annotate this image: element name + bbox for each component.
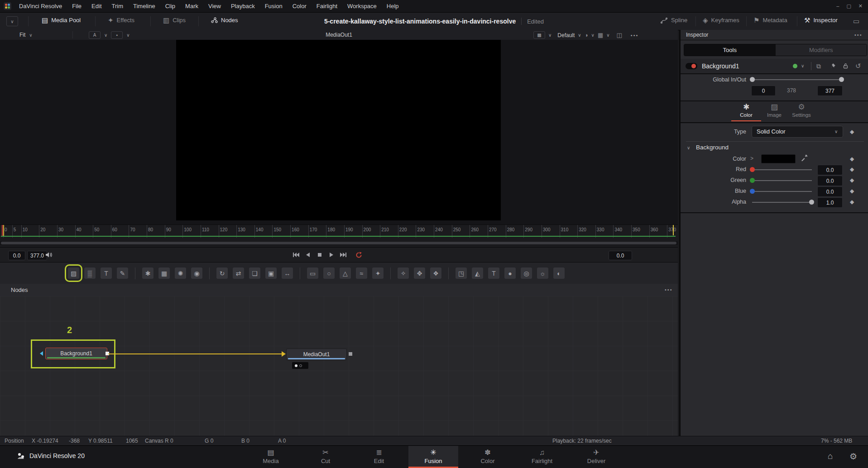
- viewer-dual-view-icon[interactable]: ◫: [617, 32, 622, 38]
- metadata-button[interactable]: ⚑ Metadata: [753, 17, 787, 24]
- alpha-slider[interactable]: [752, 202, 812, 203]
- play-reverse-button[interactable]: [303, 251, 313, 259]
- camera-3d-node-icon[interactable]: ◎: [521, 267, 532, 279]
- menu-item[interactable]: Workspace: [342, 0, 382, 12]
- menu-item[interactable]: Mark: [180, 0, 203, 12]
- red-field[interactable]: 0.0: [817, 165, 843, 175]
- menu-item[interactable]: Help: [382, 0, 404, 12]
- lock-icon[interactable]: [843, 63, 849, 69]
- copy-settings-icon[interactable]: ⧉: [816, 62, 821, 70]
- light-3d-node-icon[interactable]: ☼: [537, 267, 548, 279]
- loop-button[interactable]: [354, 251, 364, 259]
- viewer-options-menu[interactable]: •••: [631, 33, 639, 38]
- green-slider-handle[interactable]: [750, 178, 755, 183]
- alpha-slider-handle[interactable]: [809, 200, 814, 205]
- global-out-handle[interactable]: [839, 77, 844, 82]
- blue-field[interactable]: 0.0: [817, 186, 843, 197]
- menu-item[interactable]: Trim: [107, 0, 129, 12]
- particle-render-node-icon[interactable]: ❖: [430, 267, 441, 279]
- connection-wire[interactable]: [108, 353, 283, 354]
- displace-node-icon[interactable]: ▦: [158, 267, 170, 279]
- playhead-marker[interactable]: [3, 225, 4, 237]
- green-slider[interactable]: [752, 180, 812, 181]
- current-frame-field[interactable]: 0.0: [8, 251, 25, 260]
- fps-field[interactable]: 0.0: [609, 251, 632, 260]
- magic-wand-mask-node-icon[interactable]: ✦: [372, 267, 384, 279]
- color-expander[interactable]: >: [750, 155, 753, 162]
- window-minimize-button[interactable]: –: [836, 3, 839, 9]
- green-field[interactable]: 0.0: [817, 176, 843, 186]
- dve-node-icon[interactable]: ⇄: [233, 267, 244, 279]
- background1-input-connector[interactable]: [40, 351, 43, 356]
- menu-item[interactable]: Clip: [160, 0, 180, 12]
- global-out-field[interactable]: 377: [817, 86, 843, 96]
- clips-button[interactable]: ▥ Clips: [163, 17, 186, 24]
- node-enable-toggle[interactable]: [686, 63, 697, 69]
- color-corrector-node-icon[interactable]: ✱: [142, 267, 153, 279]
- background1-node[interactable]: Background1: [45, 348, 107, 359]
- home-icon[interactable]: ⌂: [828, 451, 833, 461]
- matte-control-node-icon[interactable]: ▣: [265, 267, 277, 279]
- polygon-mask-node-icon[interactable]: △: [340, 267, 351, 279]
- tab-modifiers[interactable]: Modifiers: [776, 44, 867, 56]
- tab-tools[interactable]: Tools: [684, 44, 776, 56]
- duration-field[interactable]: 377.0: [27, 251, 47, 260]
- effects-button[interactable]: ✦ Effects: [108, 17, 134, 24]
- volume-icon[interactable]: [45, 252, 53, 258]
- blue-keyframe-diamond[interactable]: ◆: [850, 188, 854, 194]
- particle-emitter-node-icon[interactable]: ✧: [398, 267, 409, 279]
- render-3d-node-icon[interactable]: ◐: [553, 267, 565, 279]
- gear-icon[interactable]: ⚙: [849, 451, 857, 462]
- playhead[interactable]: [2, 225, 3, 237]
- type-keyframe-diamond[interactable]: ◆: [850, 129, 854, 135]
- background-node-icon[interactable]: ▨: [68, 267, 79, 279]
- keyframes-button[interactable]: ◈ Keyframes: [703, 17, 739, 24]
- tab-settings[interactable]: ⚙ Settings: [787, 103, 815, 118]
- red-keyframe-diamond[interactable]: ◆: [850, 166, 854, 172]
- page-tab-color[interactable]: ✽ Color: [463, 446, 513, 467]
- node-graph[interactable]: 2 Background1 MediaOut1: [0, 296, 678, 436]
- transform-node-icon[interactable]: ↻: [216, 267, 228, 279]
- window-maximize-button[interactable]: ▢: [846, 3, 851, 9]
- global-inout-slider[interactable]: [752, 79, 842, 80]
- nodes-button[interactable]: Nodes: [211, 17, 238, 24]
- interface-toggle-button[interactable]: ∨: [6, 16, 18, 26]
- viewer-guides-icon[interactable]: ▦: [598, 32, 603, 38]
- text-plus-node-icon[interactable]: T: [101, 267, 112, 279]
- last-frame-button[interactable]: [338, 251, 348, 259]
- menu-item[interactable]: File: [67, 0, 86, 12]
- menu-item[interactable]: View: [203, 0, 226, 12]
- green-keyframe-diamond[interactable]: ◆: [850, 177, 854, 183]
- ellipse-mask-node-icon[interactable]: ○: [323, 267, 335, 279]
- menu-item[interactable]: Playback: [226, 0, 260, 12]
- section-collapse-chevron[interactable]: ∨: [687, 145, 690, 150]
- shape-3d-node-icon[interactable]: ◭: [472, 267, 483, 279]
- blue-slider[interactable]: [752, 191, 812, 192]
- blue-slider-handle[interactable]: [750, 189, 755, 194]
- page-tab-cut[interactable]: ✂ Cut: [301, 446, 350, 467]
- page-tab-fusion[interactable]: ✳ Fusion: [408, 446, 458, 467]
- sphere-3d-node-icon[interactable]: ●: [504, 267, 516, 279]
- menu-item[interactable]: Fairlight: [312, 0, 342, 12]
- menu-item[interactable]: Color: [288, 0, 312, 12]
- red-slider[interactable]: [752, 169, 812, 170]
- menu-item[interactable]: DaVinci Resolve: [14, 0, 67, 12]
- paint-node-icon[interactable]: ✎: [117, 267, 128, 279]
- page-tab-media[interactable]: ▤ Media: [246, 446, 296, 467]
- red-slider-handle[interactable]: [750, 167, 755, 172]
- inspector-button[interactable]: ⚒ Inspector: [804, 17, 838, 24]
- menu-item[interactable]: Edit: [86, 0, 106, 12]
- rectangle-mask-node-icon[interactable]: ▭: [307, 267, 318, 279]
- tab-color[interactable]: ✱ Color: [732, 103, 760, 118]
- render-range-end-marker[interactable]: [673, 225, 674, 235]
- global-in-handle[interactable]: [750, 77, 755, 82]
- eyedropper-icon[interactable]: [801, 154, 808, 161]
- page-tab-edit[interactable]: ≣ Edit: [354, 446, 404, 467]
- scrollbar-handle[interactable]: [1, 242, 676, 244]
- merge-node-icon[interactable]: ❏: [249, 267, 260, 279]
- color-swatch[interactable]: [761, 154, 796, 163]
- viewer-color-controls-icon[interactable]: ◑: [585, 32, 588, 38]
- viewer-lut-select[interactable]: Default: [557, 32, 575, 38]
- stop-button[interactable]: [315, 251, 325, 259]
- hue-curves-node-icon[interactable]: ◉: [191, 267, 202, 279]
